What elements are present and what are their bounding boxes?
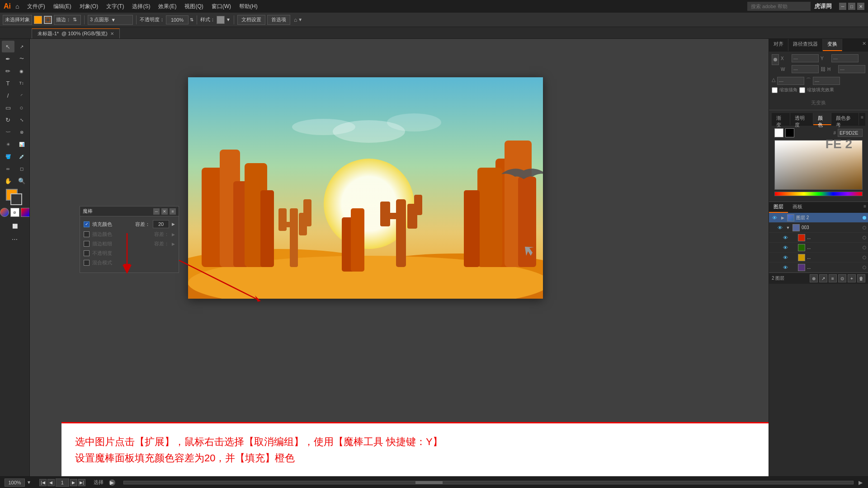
tab-pathfinder[interactable]: 路径查找器	[788, 39, 823, 51]
layer-row-red[interactable]: 👁 ...	[769, 233, 868, 243]
type-tool[interactable]: T	[2, 77, 14, 89]
fill-color-swatch[interactable]	[34, 16, 42, 24]
menu-view[interactable]: 视图(Q)	[181, 2, 207, 11]
menu-text[interactable]: 文字(T)	[103, 2, 127, 11]
black-swatch[interactable]	[785, 128, 794, 137]
h-input[interactable]	[838, 65, 865, 73]
scale-strokes-checkbox[interactable]	[772, 87, 778, 93]
layer-row-2[interactable]: 👁 ▶ 图层 2	[769, 213, 868, 223]
width-tool[interactable]: ⊗	[15, 126, 28, 138]
link-icon[interactable]: ⛓	[821, 66, 826, 72]
layer-row-003[interactable]: 👁 ▼ 003	[769, 223, 868, 233]
direct-select-tool[interactable]: ↗	[15, 41, 28, 52]
pen-tool[interactable]: ✒	[2, 53, 14, 65]
prev-page-btn[interactable]: ◀	[47, 479, 55, 486]
blend-tool[interactable]: ∞	[2, 163, 14, 174]
play-btn[interactable]: ▶	[109, 479, 115, 486]
blend-mode-checkbox[interactable]	[84, 260, 90, 266]
page-input[interactable]	[56, 479, 69, 487]
locate-object-btn[interactable]: ⊙	[838, 274, 846, 282]
w-input[interactable]	[792, 65, 819, 73]
close-button[interactable]: ✕	[857, 3, 864, 10]
home-icon[interactable]: ⌂	[15, 3, 19, 10]
tab-layers[interactable]: 图层	[769, 202, 788, 213]
doc-settings-button[interactable]: 文档设置	[237, 15, 265, 25]
menu-help[interactable]: 帮助(H)	[236, 2, 261, 11]
layer-visibility-g[interactable]: 👁	[782, 244, 789, 251]
tab-color[interactable]: 颜色	[813, 113, 832, 125]
stroke-color-box[interactable]	[10, 193, 22, 205]
type-area-tool[interactable]: T↕	[15, 77, 28, 89]
new-layer-btn[interactable]: +	[848, 274, 856, 282]
tab-artboard[interactable]: 画板	[788, 202, 807, 213]
gradient-icon[interactable]	[21, 208, 30, 217]
tab-close-button[interactable]: ✕	[110, 31, 114, 36]
eyedropper-tool[interactable]: 💉	[15, 150, 28, 162]
next-page-btn[interactable]: ▶	[70, 479, 77, 486]
layer-expand-003[interactable]: ▼	[785, 225, 791, 230]
zoom-arrow[interactable]: ▼	[27, 480, 31, 485]
angle-input[interactable]	[777, 77, 804, 85]
first-page-btn[interactable]: |◀	[39, 479, 47, 486]
menu-window[interactable]: 窗口(W)	[208, 2, 235, 11]
layer-row-purple[interactable]: 👁 ...	[769, 263, 868, 272]
symbol-spray-tool[interactable]: ✳	[2, 138, 14, 150]
rotate-tool[interactable]: ↻	[2, 114, 14, 126]
layer-visibility-y[interactable]: 👁	[782, 254, 789, 261]
make-sublayer-btn[interactable]: ⊕	[810, 274, 818, 282]
tab-align[interactable]: 对齐	[769, 39, 788, 51]
none-icon[interactable]: ⊘	[10, 208, 19, 217]
panel-minimize-btn[interactable]: ─	[153, 208, 160, 215]
menu-select[interactable]: 选择(S)	[128, 2, 154, 11]
scroll-right-btn[interactable]: ▶	[857, 479, 863, 486]
ellipse-tool[interactable]: ○	[15, 102, 28, 113]
layer-visibility-r[interactable]: 👁	[782, 234, 789, 241]
layer-visibility-2[interactable]: 👁	[771, 214, 778, 221]
white-swatch[interactable]	[774, 128, 783, 137]
tab-color-ref[interactable]: 颜色参考	[831, 113, 859, 125]
tab-transform[interactable]: 变换	[823, 39, 842, 51]
scroll-bar[interactable]	[123, 481, 854, 484]
search-input[interactable]	[747, 2, 811, 11]
layer-expand-2[interactable]: ▶	[780, 215, 785, 221]
x-input[interactable]	[792, 54, 819, 62]
delete-layer-btn[interactable]: 🗑	[857, 274, 865, 282]
arrow-icon[interactable]: ⌂	[294, 17, 297, 23]
layer-row-yellow[interactable]: 👁 ...	[769, 253, 868, 263]
panel-options-icon[interactable]: ✕	[860, 39, 868, 51]
opacity-input[interactable]	[166, 15, 189, 24]
menu-effect[interactable]: 效果(E)	[155, 2, 180, 11]
more-tools-button[interactable]: ⋯	[9, 233, 21, 245]
layers-menu-icon[interactable]: ≡	[862, 202, 868, 213]
arc-tool[interactable]: ◜	[15, 89, 28, 101]
scale-tool[interactable]: ⤡	[15, 114, 28, 126]
zoom-input[interactable]	[5, 479, 25, 487]
freeform-tool[interactable]: 〜	[15, 53, 28, 65]
paint-bucket-tool[interactable]: 🪣	[2, 150, 14, 162]
stroke-color-checkbox[interactable]	[84, 231, 90, 237]
zoom-tool[interactable]: 🔍	[15, 175, 28, 187]
hex-input[interactable]	[838, 129, 863, 137]
blob-brush-tool[interactable]: ◉	[15, 65, 28, 77]
toggle-layers-btn[interactable]: ≡	[829, 274, 837, 282]
layer-visibility-003[interactable]: 👁	[776, 224, 783, 231]
tab-gradient[interactable]: 渐变	[772, 113, 790, 125]
menu-file[interactable]: 文件(F)	[24, 2, 48, 11]
color-gradient-picker[interactable]	[774, 140, 863, 190]
artboard-tool[interactable]: ⬜	[9, 220, 21, 232]
last-page-btn[interactable]: ▶|	[78, 479, 85, 486]
opacity-checkbox[interactable]	[84, 250, 90, 256]
brush-type-selector[interactable]: 3 点圆形 ▼	[88, 15, 133, 25]
transform-origin-icon[interactable]	[772, 54, 779, 65]
warp-tool[interactable]: 〰	[2, 126, 14, 138]
minimize-button[interactable]: ─	[839, 3, 846, 10]
eraser-tool[interactable]: ◻	[15, 163, 28, 174]
panel-menu-btn[interactable]: ≡	[170, 208, 176, 215]
menu-edit[interactable]: 编辑(E)	[50, 2, 75, 11]
preferences-button[interactable]: 首选项	[267, 15, 290, 25]
line-tool[interactable]: /	[2, 89, 14, 101]
rect-tool[interactable]: ▭	[2, 102, 14, 113]
stroke-width-checkbox[interactable]	[84, 241, 90, 247]
menu-object[interactable]: 对象(O)	[76, 2, 102, 11]
fill-tolerance-input[interactable]	[153, 220, 169, 228]
